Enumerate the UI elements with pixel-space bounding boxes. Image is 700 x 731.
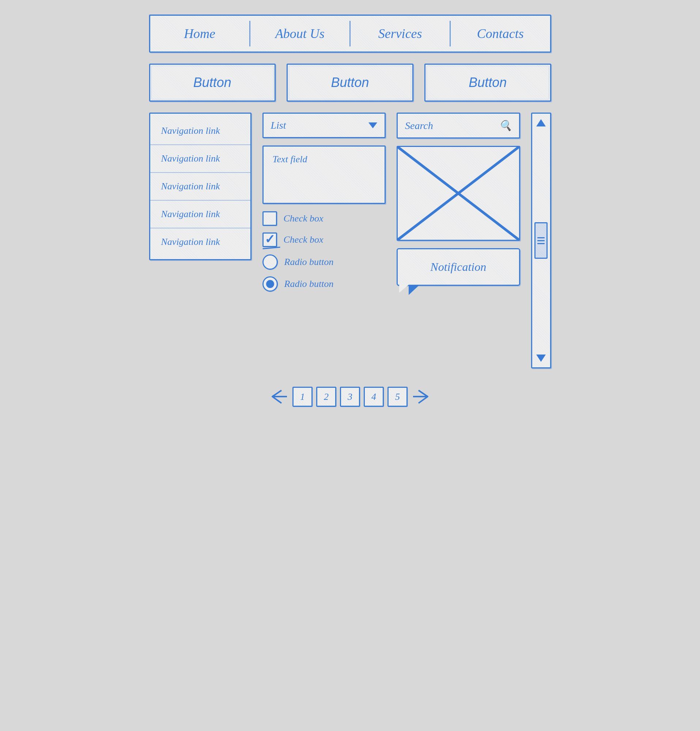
content-area: Navigation link Navigation link Navigati…: [149, 113, 551, 368]
search-box[interactable]: Search 🔍: [396, 113, 520, 138]
image-placeholder: [396, 146, 520, 241]
navbar: Home About Us Services Contacts: [149, 15, 551, 53]
button-3[interactable]: Button: [424, 64, 551, 101]
svg-marker-3: [536, 355, 546, 362]
page-4[interactable]: 4: [364, 387, 384, 407]
radio-label-1: Radio button: [285, 257, 334, 267]
checkbox-group: Check box Check box: [263, 211, 386, 247]
page-wrapper: Home About Us Services Contacts Button B…: [149, 15, 551, 407]
pagination: 1 2 3 4 5: [149, 387, 551, 407]
nav-home[interactable]: Home: [150, 16, 249, 51]
notification-label: Notification: [430, 260, 486, 273]
checkbox-item-2[interactable]: Check box: [263, 232, 386, 247]
checkbox-item-1[interactable]: Check box: [263, 211, 386, 226]
scroll-up-button[interactable]: [534, 116, 548, 130]
radio-group: Radio button Radio button: [263, 254, 386, 292]
search-icon: 🔍: [499, 119, 512, 132]
nav-list-item-4[interactable]: Navigation link: [150, 201, 250, 228]
radio-selected[interactable]: [263, 276, 278, 292]
right-column: Search 🔍 Notification: [396, 113, 520, 301]
dropdown-arrow-icon: [368, 122, 377, 128]
nav-list-item-1[interactable]: Navigation link: [150, 117, 250, 145]
radio-label-2: Radio button: [285, 279, 334, 289]
scroll-thumb-lines: [537, 237, 544, 244]
checkbox-checked[interactable]: [263, 232, 277, 247]
button-1[interactable]: Button: [149, 64, 276, 101]
scroll-line-3: [537, 243, 544, 244]
nav-list-item-5[interactable]: Navigation link: [150, 228, 250, 255]
page-5[interactable]: 5: [387, 387, 408, 407]
nav-list-item-2[interactable]: Navigation link: [150, 145, 250, 173]
page-2[interactable]: 2: [316, 387, 336, 407]
page-1[interactable]: 1: [292, 387, 313, 407]
next-page-button[interactable]: [411, 388, 433, 406]
nav-contacts[interactable]: Contacts: [451, 16, 550, 51]
nav-list: Navigation link Navigation link Navigati…: [149, 113, 251, 260]
scroll-down-icon: [536, 353, 546, 364]
scrollbar[interactable]: [531, 113, 551, 368]
checkbox-unchecked[interactable]: [263, 211, 277, 226]
scroll-up-icon: [536, 117, 546, 128]
text-field-placeholder: Text field: [273, 154, 307, 164]
dropdown[interactable]: List: [263, 113, 386, 138]
page-3[interactable]: 3: [340, 387, 360, 407]
x-lines-svg: [398, 147, 519, 240]
nav-about[interactable]: About Us: [250, 16, 349, 51]
text-field[interactable]: Text field: [263, 145, 386, 204]
scroll-line-2: [537, 240, 544, 241]
scroll-thumb[interactable]: [534, 222, 547, 259]
button-2[interactable]: Button: [286, 64, 414, 101]
next-arrow-icon: [411, 389, 433, 405]
notification-bubble: Notification: [396, 248, 520, 286]
svg-marker-2: [536, 119, 546, 126]
middle-column: List Text field Check box Check box: [263, 113, 386, 292]
scroll-line-1: [537, 237, 544, 238]
nav-services[interactable]: Services: [351, 16, 450, 51]
prev-page-button[interactable]: [267, 388, 289, 406]
checkbox-label-1: Check box: [284, 213, 323, 224]
nav-list-item-3[interactable]: Navigation link: [150, 173, 250, 201]
prev-arrow-icon: [267, 389, 289, 405]
scroll-down-button[interactable]: [534, 351, 548, 366]
buttons-row: Button Button Button: [149, 64, 551, 101]
radio-item-2[interactable]: Radio button: [263, 276, 386, 292]
checkbox-label-2: Check box: [284, 234, 323, 245]
search-placeholder: Search: [405, 120, 433, 132]
dropdown-label: List: [271, 119, 286, 131]
radio-item-1[interactable]: Radio button: [263, 254, 386, 270]
radio-unselected[interactable]: [263, 254, 278, 270]
